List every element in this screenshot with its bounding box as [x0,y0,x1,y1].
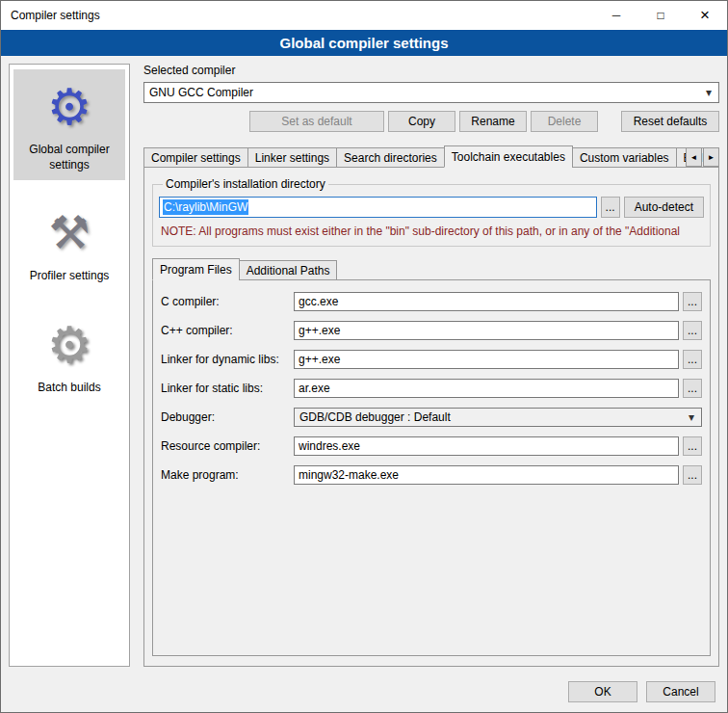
sidebar-item-label: Global compiler settings [15,143,123,172]
resource-compiler-label: Resource compiler: [161,439,294,453]
compiler-combobox[interactable]: GNU GCC Compiler ▾ [143,82,719,103]
window-title: Compiler settings [1,9,100,22]
install-dir-row: C:\raylib\MinGW ... Auto-detect [159,197,704,218]
form-row: Debugger: GDB/CDB debugger : Default ▾ [161,408,702,427]
copy-button[interactable]: Copy [388,111,455,132]
linker-dynamic-label: Linker for dynamic libs: [161,353,294,366]
tab-compiler-settings[interactable]: Compiler settings [143,147,248,168]
debugger-select[interactable]: GDB/CDB debugger : Default ▾ [294,408,702,427]
sidebar-item-batch-builds[interactable]: ⚙ Batch builds [13,307,125,404]
make-program-input[interactable] [294,465,679,485]
arrow-left-icon: ◄ [690,153,698,162]
sidebar-item-label: Profiler settings [15,269,123,284]
subtab-program-files[interactable]: Program Files [152,258,240,280]
minimize-button[interactable]: ─ [594,1,638,30]
cpp-compiler-input[interactable] [294,321,679,340]
tab-custom-variables[interactable]: Custom variables [572,147,677,168]
note-text: NOTE: All programs must exist either in … [161,224,702,238]
install-dir-group: Compiler's installation directory C:\ray… [152,177,711,247]
gear-icon-gray: ⚙ [15,315,123,375]
autodetect-button[interactable]: Auto-detect [624,197,704,218]
tab-scroll-controls: ◄ ► [685,147,719,167]
install-dir-browse-button[interactable]: ... [601,197,620,218]
form-row: C compiler: ... [161,292,702,311]
ok-button[interactable]: OK [568,681,637,702]
c-compiler-input[interactable] [294,292,679,311]
main-panel: Selected compiler GNU GCC Compiler ▾ Set… [143,64,719,667]
program-files-panel: C compiler: ... C++ compiler: ... Linker… [152,279,711,656]
arrow-right-icon: ► [708,153,715,162]
form-row: Linker for static libs: ... [161,379,702,398]
linker-dynamic-input[interactable] [294,350,679,369]
window-controls: ─ □ × [594,1,727,30]
tab-toolchain-executables[interactable]: Toolchain executables [444,145,573,168]
debugger-select-value: GDB/CDB debugger : Default [299,410,687,424]
debugger-label: Debugger: [161,410,294,424]
form-row: Make program: ... [161,465,702,485]
chevron-down-icon: ▾ [704,86,714,99]
close-icon: × [700,6,710,25]
set-as-default-button: Set as default [249,111,384,132]
install-dir-group-title: Compiler's installation directory [163,177,328,191]
linker-static-input[interactable] [294,379,679,398]
dialog-body: ⚙ Global compiler settings ⚒ Profiler se… [1,56,727,673]
dialog-header: Global compiler settings [1,30,727,56]
browse-button[interactable]: ... [683,350,702,369]
sidebar-item-profiler-settings[interactable]: ⚒ Profiler settings [13,196,125,292]
chevron-down-icon: ▾ [687,410,696,424]
subtab-additional-paths[interactable]: Additional Paths [239,260,338,280]
gear-icon-blue: ⚙ [15,77,123,137]
sidebar-item-label: Batch builds [15,381,123,396]
reset-defaults-button[interactable]: Reset defaults [621,111,719,132]
cpp-compiler-label: C++ compiler: [161,324,294,337]
settings-tabs: Compiler settings Linker settings Search… [143,145,719,168]
resource-compiler-input[interactable] [294,436,679,456]
selected-compiler-label: Selected compiler [143,64,719,77]
tab-linker-settings[interactable]: Linker settings [247,147,337,168]
compiler-combobox-value: GNU GCC Compiler [149,86,704,99]
maximize-button[interactable]: □ [638,1,683,30]
toolchain-subtabs: Program Files Additional Paths [152,258,711,280]
install-dir-value: C:\raylib\MinGW [163,199,248,215]
settings-sidebar: ⚙ Global compiler settings ⚒ Profiler se… [9,64,130,667]
form-row: Resource compiler: ... [161,436,702,456]
maximize-icon: □ [657,9,663,22]
titlebar: Compiler settings ─ □ × [1,1,727,30]
form-row: C++ compiler: ... [161,321,702,340]
browse-button[interactable]: ... [683,379,702,398]
toolchain-executables-panel: Compiler's installation directory C:\ray… [143,167,719,667]
rename-button[interactable]: Rename [459,111,527,132]
minimize-icon: ─ [612,9,621,22]
install-dir-input[interactable]: C:\raylib\MinGW [159,197,597,218]
browse-button[interactable]: ... [683,436,702,456]
make-program-label: Make program: [161,468,294,482]
browse-button[interactable]: ... [683,321,702,340]
delete-button: Delete [531,111,598,132]
linker-static-label: Linker for static libs: [161,382,294,395]
close-button[interactable]: × [683,1,727,30]
sidebar-item-global-compiler-settings[interactable]: ⚙ Global compiler settings [13,69,125,180]
compiler-actions: Set as default Copy Rename Delete Reset … [143,111,719,132]
form-row: Linker for dynamic libs: ... [161,350,702,369]
compiler-settings-window: Compiler settings ─ □ × Global compiler … [0,0,728,713]
tab-scroll-left-button[interactable]: ◄ [686,147,702,167]
tab-scroll-right-button[interactable]: ► [703,147,719,167]
tab-search-directories[interactable]: Search directories [336,147,445,168]
page-title: Global compiler settings [279,35,448,51]
cancel-button[interactable]: Cancel [646,681,715,702]
browse-button[interactable]: ... [683,465,702,485]
dialog-footer: OK Cancel [1,673,727,712]
browse-button[interactable]: ... [683,292,702,311]
c-compiler-label: C compiler: [161,295,294,308]
hammer-icon: ⚒ [15,203,123,263]
